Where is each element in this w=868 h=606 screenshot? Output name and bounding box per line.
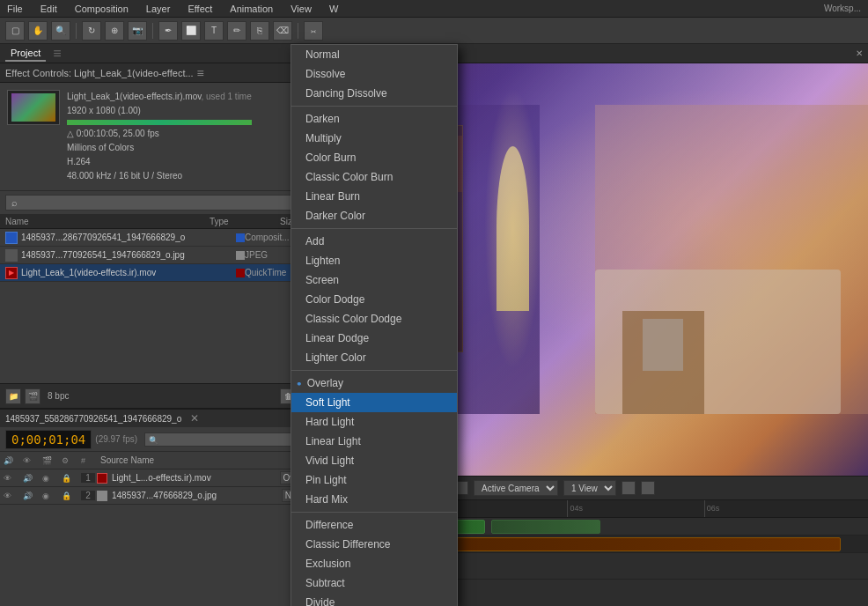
menu-view[interactable]: View	[287, 4, 315, 14]
blend-mode-classic-color-dodge[interactable]: Classic Color Dodge	[291, 309, 457, 329]
layer-2-solo[interactable]: ◉	[42, 491, 60, 500]
blend-mode-overlay[interactable]: ●Overlay	[291, 373, 457, 393]
layer-2-num: 2	[81, 491, 95, 500]
clip-colors: Millions of Colors	[67, 141, 252, 155]
viewer-close[interactable]: ✕	[856, 48, 863, 58]
jpeg-icon	[5, 249, 18, 262]
puppet-tool[interactable]: ⟗	[304, 21, 323, 41]
layer-row-2[interactable]: 👁 🔊 ◉ 🔒 2 1485937...47666829_o.jpg Norma…	[0, 487, 320, 505]
blend-mode-darker-color[interactable]: Darker Color	[291, 206, 457, 225]
col-type-header: Type	[210, 217, 280, 226]
file-item-jpeg[interactable]: 1485937...770926541_1947666829_o.jpg JPE…	[0, 247, 320, 264]
effect-controls-label: Effect Controls: Light_Leak_1(video-effe…	[5, 68, 194, 78]
blend-mode-hard-light[interactable]: Hard Light	[291, 412, 457, 432]
blend-mode-screen[interactable]: Screen	[291, 270, 457, 290]
clip-codec: H.264	[67, 155, 252, 169]
blend-mode-linear-dodge[interactable]: Linear Dodge	[291, 329, 457, 348]
mask-tool[interactable]: ⬜	[181, 21, 201, 41]
layer-2-icon	[97, 491, 107, 501]
menu-composition[interactable]: Composition	[71, 4, 132, 14]
layer-2-audio[interactable]: 🔊	[23, 491, 40, 500]
workspace-label: Worksp...	[820, 4, 864, 13]
blend-mode-pin-light[interactable]: Pin Light	[291, 470, 457, 490]
camera-tool[interactable]: 📷	[128, 21, 147, 41]
menu-edit[interactable]: Edit	[37, 4, 61, 14]
eraser-tool[interactable]: ⌫	[273, 21, 292, 41]
views-select[interactable]: 1 View	[563, 480, 616, 496]
project-tab[interactable]: Project	[5, 46, 46, 62]
blend-mode-add[interactable]: Add	[291, 232, 457, 251]
file-item-mov[interactable]: ▶ Light_Leak_1(video-effects.ir).mov Qui…	[0, 264, 320, 282]
effect-controls-header: Effect Controls: Light_Leak_1(video-effe…	[0, 63, 320, 83]
layer-2-lock[interactable]: 🔒	[62, 491, 79, 500]
paint-tool[interactable]: ✏	[227, 21, 246, 41]
file-item-comp[interactable]: 1485937...286770926541_1947666829_o Comp…	[0, 229, 320, 247]
search-input[interactable]	[5, 195, 315, 211]
menu-w[interactable]: W	[326, 4, 342, 14]
blend-mode-color-burn[interactable]: Color Burn	[291, 148, 457, 167]
hand-tool[interactable]: ✋	[28, 21, 48, 41]
blend-mode-classic-color-burn[interactable]: Classic Color Burn	[291, 167, 457, 187]
menu-effect[interactable]: Effect	[184, 4, 216, 14]
layer-1-vis[interactable]: 👁	[4, 474, 21, 483]
layer-1-solo[interactable]: ◉	[42, 474, 60, 483]
blend-mode-hard-mix[interactable]: Hard Mix	[291, 490, 457, 509]
layer-ctrl-5: #	[81, 456, 95, 465]
pen-tool[interactable]: ✒	[158, 21, 178, 41]
bpc-label: 8 bpc	[48, 391, 69, 401]
new-folder-btn[interactable]: 📁	[5, 388, 21, 404]
blend-mode-dropdown: NormalDissolveDancing DissolveDarkenMult…	[291, 44, 458, 606]
clone-tool[interactable]: ⎘	[250, 21, 269, 41]
blend-mode-multiply[interactable]: Multiply	[291, 129, 457, 148]
viewer-fast-preview[interactable]	[622, 481, 636, 495]
blend-mode-dancing-dissolve[interactable]: Dancing Dissolve	[291, 84, 457, 103]
blend-mode-color-dodge[interactable]: Color Dodge	[291, 290, 457, 309]
orbit-tool[interactable]: ⊕	[105, 21, 124, 41]
select-tool[interactable]: ▢	[5, 21, 25, 41]
layer-row-controls: 🔊 👁 🎬 ⚙ # Source Name	[0, 452, 320, 469]
blend-mode-linear-light[interactable]: Linear Light	[291, 432, 457, 451]
blend-mode-subtract[interactable]: Subtract	[291, 573, 457, 593]
blend-mode-normal[interactable]: Normal	[291, 45, 457, 64]
layer-row-1[interactable]: 👁 🔊 ◉ 🔒 1 Light_L...o-effects.ir).mov Ov…	[0, 469, 320, 487]
menu-layer[interactable]: Layer	[143, 4, 174, 14]
toolbar: ▢ ✋ 🔍 ↻ ⊕ 📷 ✒ ⬜ T ✏ ⎘ ⌫ ⟗	[0, 18, 868, 44]
viewer-expand[interactable]	[641, 481, 655, 495]
blend-mode-linear-burn[interactable]: Linear Burn	[291, 187, 457, 206]
blend-mode-exclusion[interactable]: Exclusion	[291, 554, 457, 573]
blend-mode-vivid-light[interactable]: Vivid Light	[291, 451, 457, 470]
menu-file[interactable]: File	[4, 4, 26, 14]
zoom-tool[interactable]: 🔍	[51, 21, 70, 41]
timecode-display[interactable]: 0;00;01;04	[5, 430, 92, 449]
blend-mode-darken[interactable]: Darken	[291, 109, 457, 129]
layer-1-num: 1	[81, 473, 95, 483]
layer-2-vis[interactable]: 👁	[4, 491, 21, 500]
layer-1-lock[interactable]: 🔒	[62, 474, 79, 483]
panel-drag: ≡	[53, 46, 61, 62]
blend-mode-difference[interactable]: Difference	[291, 515, 457, 535]
ruler-4s: 04s	[567, 500, 583, 517]
blend-mode-dissolve[interactable]: Dissolve	[291, 64, 457, 84]
blend-mode-classic-difference[interactable]: Classic Difference	[291, 535, 457, 554]
clip-bar	[67, 120, 252, 125]
track-clip-1b[interactable]	[491, 520, 600, 534]
blend-mode-soft-light[interactable]: Soft Light	[291, 393, 457, 412]
blend-mode-lighter-color[interactable]: Lighter Color	[291, 348, 457, 367]
rotate-tool[interactable]: ↻	[82, 21, 101, 41]
menu-separator	[291, 228, 457, 229]
file-name-comp: 1485937...286770926541_1947666829_o	[21, 233, 232, 242]
blend-mode-divide[interactable]: Divide	[291, 593, 457, 606]
camera-select[interactable]: Active Camera	[474, 480, 558, 496]
layer-1-audio[interactable]: 🔊	[23, 474, 40, 483]
mov-color	[236, 269, 245, 277]
timeline-comp-label: 1485937_558286770926541_1947666829_o	[5, 414, 181, 424]
composition-btn[interactable]: 🎬	[25, 388, 40, 404]
menu-animation[interactable]: Animation	[226, 4, 276, 14]
panel-menu-btn[interactable]: ≡	[197, 66, 204, 80]
jpeg-color	[236, 251, 245, 260]
timeline-close[interactable]: ✕	[190, 412, 199, 425]
type-tool[interactable]: T	[204, 21, 224, 41]
search-timeline[interactable]: 🔍	[144, 432, 294, 447]
fps-display: (29.97 fps)	[95, 434, 137, 444]
blend-mode-lighten[interactable]: Lighten	[291, 251, 457, 270]
